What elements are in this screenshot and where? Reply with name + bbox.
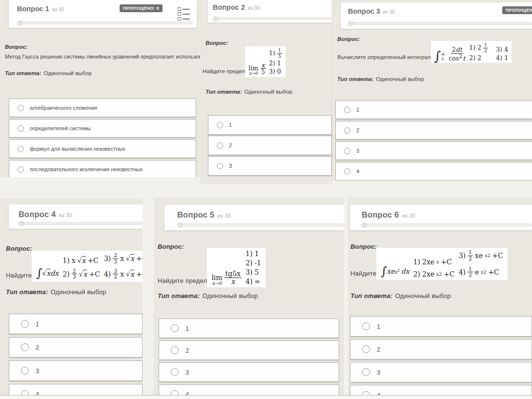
fraction: 12 bbox=[483, 42, 488, 53]
fraction: 23 bbox=[113, 253, 118, 265]
formula-choice: 2)2 bbox=[469, 55, 481, 61]
radio-icon[interactable] bbox=[21, 343, 29, 351]
fraction: x5 bbox=[260, 62, 266, 76]
numerator: 2dt bbox=[451, 46, 463, 54]
option-label: 2 bbox=[36, 344, 39, 351]
answer-option[interactable]: 1 bbox=[208, 115, 332, 135]
answer-option[interactable]: 1 bbox=[9, 314, 143, 334]
answer-option[interactable]: 2 bbox=[350, 339, 532, 359]
choice-value: x bbox=[120, 270, 124, 278]
answer-type-label: Тип ответа: bbox=[6, 288, 48, 296]
answer-option[interactable]: последовательного исключения неизвестных bbox=[9, 160, 196, 177]
answer-option[interactable]: 1 bbox=[350, 316, 532, 337]
option-label: определителей системы bbox=[30, 125, 91, 131]
radio-icon[interactable] bbox=[362, 322, 370, 330]
answer-option[interactable]: 3 bbox=[159, 362, 339, 382]
choice-label: 3) bbox=[496, 46, 502, 53]
integral-expression: ∫ xex2 dx bbox=[381, 266, 409, 277]
radio-icon[interactable] bbox=[217, 122, 223, 128]
upper-limit: π4 bbox=[441, 52, 445, 57]
radicand: x bbox=[83, 270, 87, 278]
option-label: 1 bbox=[356, 107, 359, 113]
progress-bar bbox=[177, 223, 344, 226]
answer-option[interactable]: 3 bbox=[335, 141, 532, 160]
denominator: 3 bbox=[72, 274, 77, 280]
radio-icon[interactable] bbox=[344, 127, 350, 134]
variable: dt bbox=[456, 46, 462, 53]
option-label: 3 bbox=[229, 163, 232, 169]
radio-icon[interactable] bbox=[18, 166, 24, 173]
choice-value: 4 bbox=[504, 46, 508, 53]
answer-option[interactable]: 3 bbox=[9, 360, 143, 381]
answer-option[interactable]: 2 bbox=[335, 121, 532, 140]
progress-knob bbox=[177, 222, 183, 228]
radio-icon[interactable] bbox=[21, 320, 29, 328]
choice-value: e bbox=[475, 268, 479, 276]
radicand: x bbox=[47, 269, 51, 277]
radio-icon[interactable] bbox=[18, 105, 24, 111]
choice-value: +C bbox=[444, 270, 454, 278]
radio-icon[interactable] bbox=[217, 142, 223, 149]
answer-option[interactable]: 3 bbox=[208, 156, 332, 176]
radio-icon[interactable] bbox=[344, 148, 350, 154]
option-label: 2 bbox=[356, 127, 359, 133]
limit-expression: limx→0 x5 bbox=[248, 62, 266, 76]
question-header: Вопрос 6из 30 bbox=[350, 205, 532, 230]
radio-icon[interactable] bbox=[21, 367, 29, 375]
list-row bbox=[178, 17, 190, 20]
radio-icon[interactable] bbox=[344, 168, 350, 175]
question-panel-1: Вопрос 1из 30 ПРОПУЩЕНО: 0 Вопрос: Метод… bbox=[0, 0, 200, 177]
progress-bar bbox=[348, 22, 532, 25]
radio-icon[interactable] bbox=[362, 345, 370, 353]
denominator: x bbox=[230, 278, 236, 285]
radicand: x bbox=[130, 270, 134, 278]
formula-choice: 3)5 bbox=[246, 268, 259, 276]
radio-icon[interactable] bbox=[217, 163, 223, 169]
formula-choice: 1)1 bbox=[246, 250, 259, 258]
answer-option[interactable]: 2 bbox=[159, 340, 339, 360]
option-label: 1 bbox=[377, 323, 380, 330]
option-label: 3 bbox=[377, 369, 380, 376]
formula-choice: 2)23√x+C bbox=[62, 268, 100, 280]
option-label: 2 bbox=[185, 347, 189, 354]
answer-option[interactable]: 4 bbox=[335, 162, 532, 180]
denominator: 5 bbox=[260, 69, 266, 76]
answer-option[interactable]: 1 bbox=[335, 100, 532, 119]
formula-choice: 2)2xex2+C bbox=[413, 270, 455, 278]
formula-choices: 1)15 2)1 3)0 bbox=[269, 48, 282, 76]
radio-icon[interactable] bbox=[171, 324, 179, 332]
integral-expression: ∫ π4 0 bbox=[434, 51, 445, 61]
square-root: √x bbox=[126, 255, 134, 262]
question-list-icon[interactable] bbox=[178, 7, 190, 20]
answer-type-label: Тип ответа: bbox=[205, 89, 242, 95]
formula-choice: 1)x√x+C bbox=[62, 257, 99, 264]
question-line: Найдите ∫ xex2 dx 1)2xex+C 2)2xex2+C 3)1… bbox=[350, 248, 508, 280]
fraction: 32 bbox=[113, 268, 118, 280]
options-list: 1 2 3 4 bbox=[335, 100, 532, 180]
radio-icon[interactable] bbox=[344, 107, 350, 113]
question-count: из 30 bbox=[217, 213, 230, 219]
answer-option[interactable]: алгебраического сложения bbox=[9, 99, 196, 117]
question-header: Вопрос 2из 30 bbox=[208, 0, 332, 22]
radio-icon[interactable] bbox=[171, 368, 179, 376]
answer-option[interactable]: 3 bbox=[350, 362, 532, 382]
answer-type-value: Одиночный выбор bbox=[245, 89, 292, 95]
choice-column: 3)12xex2+C 4)12ex2+C bbox=[459, 250, 503, 278]
choice-label: 2) bbox=[413, 270, 420, 278]
radio-icon[interactable] bbox=[362, 368, 370, 376]
answer-type-value: Одиночный выбор bbox=[395, 292, 451, 299]
answer-option[interactable]: 2 bbox=[9, 337, 143, 358]
choice-value: 1 bbox=[254, 250, 259, 258]
answer-option[interactable]: определителей системы bbox=[9, 119, 196, 138]
radio-icon[interactable] bbox=[18, 125, 24, 132]
progress-bar bbox=[213, 17, 332, 20]
radio-icon[interactable] bbox=[171, 346, 179, 354]
answer-option[interactable]: 2 bbox=[208, 136, 332, 155]
radio-icon[interactable] bbox=[18, 146, 24, 152]
formula-choice: 2)-1 bbox=[246, 259, 261, 267]
answer-option[interactable]: формул для вычисления неизвестных bbox=[9, 140, 196, 158]
choice-label: 2) bbox=[269, 60, 275, 67]
answer-option[interactable]: 1 bbox=[159, 319, 339, 338]
choice-value: +C bbox=[89, 270, 100, 278]
choice-value: ∞ bbox=[254, 278, 260, 285]
